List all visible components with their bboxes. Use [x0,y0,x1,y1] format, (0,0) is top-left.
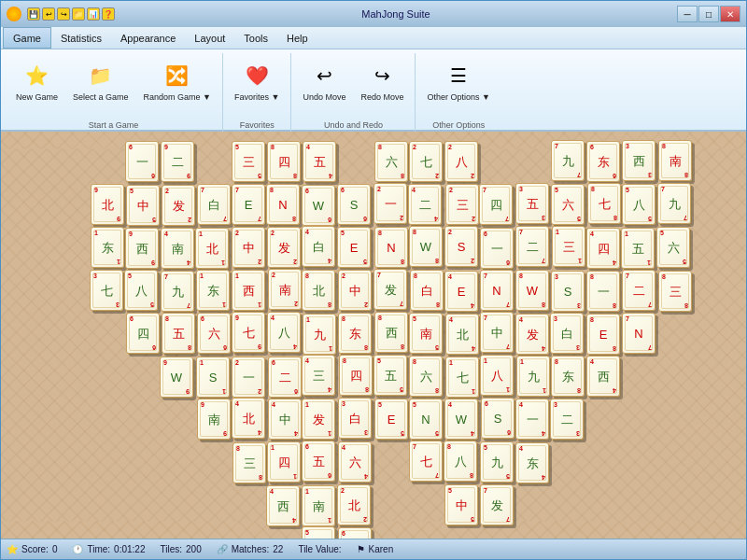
tile[interactable]: 55E [337,227,371,268]
tile[interactable]: 44南 [161,228,194,269]
tile[interactable]: 44中 [268,399,302,440]
tile[interactable]: 77九 [161,271,194,312]
tile[interactable]: 44六 [338,441,372,483]
tile[interactable]: 55中 [126,185,160,226]
tile[interactable]: 88白 [410,270,444,311]
tile[interactable]: 66二 [268,357,302,398]
tile[interactable]: 66五 [302,441,335,482]
tile[interactable]: 88E [586,314,620,355]
tile[interactable]: 55中 [444,484,478,525]
tile[interactable]: 33白 [550,313,584,354]
tile[interactable]: 22八 [444,141,478,182]
tile[interactable]: 55白 [302,526,335,539]
tile[interactable]: 11四 [267,441,301,483]
tile[interactable]: 99西 [125,228,159,269]
tile[interactable]: 88八 [444,441,477,482]
tile[interactable]: 77七 [409,441,443,482]
tile[interactable]: 11北 [195,228,229,269]
tile[interactable]: 22S [444,226,478,267]
tile[interactable]: 66东 [586,141,620,182]
tile[interactable]: 88四 [267,141,301,182]
tile[interactable]: 22南 [268,269,302,310]
tile[interactable]: 55E [374,399,408,440]
menu-tools[interactable]: Tools [234,27,277,49]
tile[interactable]: 55八 [124,270,158,311]
tile[interactable]: 88东 [338,313,372,354]
tile[interactable]: 55八 [622,184,655,225]
tile[interactable]: 44五 [303,141,336,182]
tile[interactable]: 33白 [338,398,372,439]
tile[interactable]: 44西 [266,485,300,526]
qa-btn-4[interactable]: 📁 [72,7,85,21]
tile[interactable]: 66四 [126,313,160,354]
tile[interactable]: 44北 [445,314,479,355]
tile[interactable]: 88六 [374,141,408,182]
tile[interactable]: 22一 [232,357,265,398]
tile[interactable]: 44北 [232,398,265,439]
tile[interactable]: 33七 [90,270,123,311]
tile[interactable]: 77发 [374,269,407,310]
tile[interactable]: 55六 [551,184,585,225]
other-options-button[interactable]: ☰ Other Options ▼ [421,57,495,106]
tile[interactable]: 99北 [91,184,124,225]
tile[interactable]: 88N [266,184,300,225]
tile[interactable]: 33西 [622,140,655,181]
close-button[interactable]: ✕ [720,6,740,22]
tile[interactable]: 55六 [656,227,690,268]
tile[interactable]: 77中 [480,312,514,353]
menu-game[interactable]: Game [3,27,51,49]
random-game-button[interactable]: 🔀 Random Game ▼ [138,57,217,106]
qa-btn-2[interactable]: ↩ [42,7,55,21]
tile[interactable]: 55N [409,399,443,440]
tile[interactable]: 55三 [232,141,265,182]
tile[interactable]: 11三 [552,226,585,267]
tile[interactable]: 77四 [479,184,513,225]
tile[interactable]: 11八 [480,355,514,396]
tile[interactable]: 77九 [551,140,585,181]
undo-move-button[interactable]: ↩ Undo Move [297,57,351,106]
redo-move-button[interactable]: ↪ Redo Move [355,57,409,106]
tile[interactable]: 11南 [302,485,335,526]
tile[interactable]: 88西 [374,312,408,353]
tile[interactable]: 11九 [303,314,336,355]
tile[interactable]: 77N [480,270,514,311]
tile[interactable]: 22中 [232,227,265,268]
tile[interactable]: 22中 [338,270,372,311]
menu-layout[interactable]: Layout [185,27,234,49]
tile[interactable]: 88W [515,270,549,311]
tile[interactable]: 11七 [445,357,479,398]
tile[interactable]: 33S [551,271,585,312]
tile[interactable]: 22七 [409,141,443,182]
tile[interactable]: 11发 [302,399,335,440]
tile[interactable]: 44E [444,271,478,312]
game-area[interactable]: 九春西北春 66一99二55三88四44五88六22七22八77九66东33西8… [1,132,746,539]
tile[interactable]: 44发 [515,314,549,355]
menu-statistics[interactable]: Statistics [51,27,111,49]
tile[interactable]: 77二 [515,226,549,267]
tile[interactable]: 66S [481,398,514,439]
tile[interactable]: 22三 [445,184,479,225]
tile[interactable]: 11西 [232,270,265,311]
tile[interactable]: 99二 [161,141,194,182]
tile[interactable]: 66一 [125,141,159,182]
tile[interactable]: 77N [622,313,655,354]
tile[interactable]: 88一 [586,271,620,312]
tile[interactable]: 88三 [658,271,692,312]
tile[interactable]: 99七 [232,312,265,353]
tile[interactable]: 11东 [91,227,124,268]
tile[interactable]: 88W [409,226,443,267]
tile[interactable]: 44东 [515,442,549,483]
tile[interactable]: 88南 [658,140,692,181]
tile[interactable]: 44三 [302,355,335,396]
tile[interactable]: 88北 [302,270,335,311]
tile[interactable]: 88三 [233,442,266,483]
tile[interactable]: 22发 [162,185,195,226]
tile[interactable]: 77E [232,184,265,225]
tile[interactable]: 11S [196,357,230,398]
tile[interactable]: 77九 [657,183,691,224]
qa-btn-3[interactable]: ↪ [57,7,70,21]
menu-appearance[interactable]: Appearance [111,27,185,49]
tile[interactable]: 88五 [162,313,195,354]
tile[interactable]: 88六 [409,356,443,397]
tile[interactable]: 66一 [480,228,514,269]
